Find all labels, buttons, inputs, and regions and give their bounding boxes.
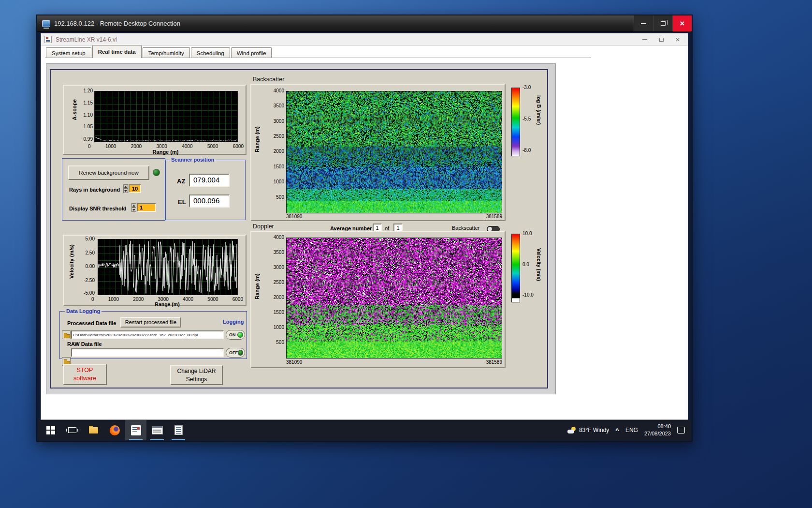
button-label: STOP: [77, 366, 93, 374]
background-controls-group: Renew background now Rays in background …: [62, 158, 165, 221]
button-label: Restart processed file: [125, 319, 176, 325]
weather-text: 83°F Windy: [579, 427, 609, 433]
backscatter-yaxis-label: Range (m): [254, 126, 260, 152]
x-tick: 0: [88, 144, 91, 149]
y-tick: 1.20: [76, 88, 93, 93]
app-close-button[interactable]: ×: [669, 34, 686, 45]
x-tick: 0: [91, 297, 94, 302]
x-tick: 381589: [486, 359, 502, 365]
labview-app-icon: [131, 425, 141, 435]
language-indicator[interactable]: ENG: [625, 427, 638, 433]
az-value-field[interactable]: 079.004: [189, 174, 230, 187]
tab-system-setup[interactable]: System setup: [46, 47, 91, 58]
tab-scheduling[interactable]: Scheduling: [191, 47, 230, 58]
action-center-icon[interactable]: [677, 427, 685, 433]
windows-logo-icon: [46, 426, 55, 434]
y-tick: 3500: [264, 103, 284, 108]
hidden-icons-button[interactable]: ^: [615, 427, 619, 434]
x-tick: 3000: [157, 144, 167, 149]
doppler-section-label: Doppler: [253, 223, 274, 230]
raw-logging-toggle[interactable]: OFF: [226, 348, 245, 358]
velocity-plot-canvas: [98, 239, 238, 295]
x-tick: 4000: [182, 144, 192, 149]
app-titlebar[interactable]: StreamLine XR v14-6.vi ×: [41, 33, 688, 46]
az-label: AZ: [177, 178, 185, 185]
tab-temp-humidity[interactable]: Temp/humidity: [143, 47, 190, 58]
clock-date: 27/08/2023: [644, 430, 671, 437]
processed-path-field[interactable]: C:\Lidar\Data\Proc\2023\202308\20230827\…: [71, 330, 224, 339]
button-label: Change LiDAR: [177, 367, 216, 375]
rdp-window: 192.168.0.122 - Remote Desktop Connectio…: [36, 15, 693, 442]
taskbar-firefox-button[interactable]: [104, 420, 125, 440]
rdp-minimize-button[interactable]: [634, 15, 653, 31]
weather-widget[interactable]: 83°F Windy: [567, 427, 609, 433]
backscatter-x-ticks: 381090 381589: [286, 214, 502, 219]
raw-path-field[interactable]: [71, 348, 224, 357]
processed-data-file-label: Processed Data file: [67, 320, 116, 326]
vi-file-icon: [44, 36, 52, 43]
y-tick: 1000: [264, 325, 284, 330]
rays-value-field[interactable]: 10: [129, 184, 141, 193]
taskbar-clock[interactable]: 08:40 27/08/2023: [644, 423, 671, 437]
colorbar-tick: 10.0: [522, 231, 532, 236]
task Dbar-labview-button[interactable]: [125, 420, 146, 440]
y-tick: 3000: [264, 265, 284, 270]
clock-time: 08:40: [657, 423, 671, 430]
toggle-state-label: ON: [229, 332, 236, 337]
y-tick: 3500: [264, 250, 284, 255]
rdp-close-button[interactable]: ×: [672, 15, 692, 31]
rdp-titlebar[interactable]: 192.168.0.122 - Remote Desktop Connectio…: [37, 15, 692, 32]
y-tick: 1.15: [76, 100, 93, 105]
processed-logging-toggle[interactable]: ON: [226, 330, 245, 340]
y-tick: 3000: [264, 119, 284, 124]
taskbar-start-button[interactable]: [40, 420, 61, 440]
taskbar-explorer-button[interactable]: [83, 420, 104, 440]
rdp-restore-button[interactable]: [653, 15, 672, 31]
colorbar-tick: -3.0: [522, 85, 531, 90]
x-tick: 5000: [207, 144, 218, 149]
file-explorer-icon: [89, 427, 98, 433]
tab-label: Scheduling: [197, 50, 224, 56]
renew-background-button[interactable]: Renew background now: [68, 165, 149, 180]
app-restore-button[interactable]: [653, 34, 669, 45]
x-tick: 381090: [286, 359, 302, 365]
processed-path-browse-button[interactable]: [62, 330, 71, 339]
taskbar-taskview-button[interactable]: [61, 420, 83, 440]
restore-icon: [659, 38, 664, 42]
y-tick: 5.00: [77, 236, 95, 241]
el-label: EL: [178, 198, 186, 206]
change-lidar-settings-button[interactable]: Change LiDAR Settings: [170, 365, 223, 385]
taskbar-document-app-button[interactable]: [168, 420, 189, 440]
y-tick: 2.50: [77, 250, 95, 255]
tab-real-time-data[interactable]: Real time data: [92, 45, 142, 58]
minimize-icon: [642, 39, 647, 40]
colorbar-tick: -8.0: [522, 148, 531, 153]
el-value-field[interactable]: 000.096: [189, 194, 230, 208]
rays-in-background-label: Rays in background: [69, 187, 120, 193]
rdp-app-icon: [42, 20, 50, 27]
minimize-icon: [641, 23, 646, 24]
backscatter-chart-frame: Range (m) 4000 3500 3000 2500 2000 1500 …: [250, 84, 506, 221]
button-label: Renew background now: [79, 170, 138, 176]
stop-software-button[interactable]: STOP software: [63, 364, 107, 385]
data-logging-group: Data Logging Processed Data file Restart…: [59, 311, 247, 359]
rays-spinner[interactable]: [123, 184, 128, 193]
y-tick: -5.00: [77, 290, 95, 296]
restart-processed-file-button[interactable]: Restart processed file: [120, 317, 181, 328]
snr-value-field[interactable]: 1: [137, 203, 156, 212]
app-minimize-button[interactable]: [637, 34, 653, 45]
rdp-title: 192.168.0.122 - Remote Desktop Connectio…: [54, 20, 180, 27]
rdp-window-controls: ×: [634, 15, 692, 31]
tab-label: Wind profile: [237, 50, 266, 56]
tab-wind-profile[interactable]: Wind profile: [231, 47, 272, 58]
velocity-chart-frame: Velocity (m/s) 5.00 2.50 0.00 -2.50 -5.0…: [63, 235, 246, 306]
snr-spinner[interactable]: [131, 203, 136, 212]
backscatter-overlay-label: Backscatter: [452, 225, 479, 231]
y-tick: 1.05: [76, 124, 93, 129]
real-time-data-panel: A-scope 1.20 1.15 1.10 1.05 0.99 0 1000 …: [50, 69, 548, 388]
renew-status-led: [153, 169, 160, 176]
toggle-state-label: OFF: [229, 350, 238, 355]
backscatter-colorbar: [511, 88, 520, 156]
taskbar-scan-scheduler-button[interactable]: [146, 420, 168, 440]
y-tick: 2000: [264, 149, 284, 154]
